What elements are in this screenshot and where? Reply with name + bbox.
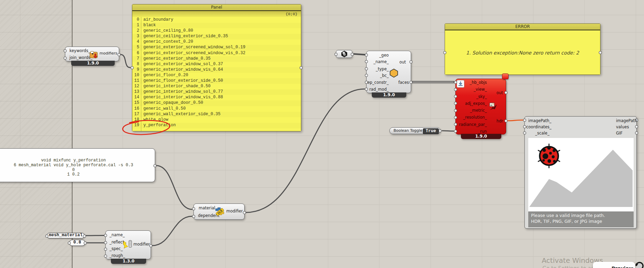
hexagon-icon (389, 68, 398, 78)
error-panel-input-nub[interactable] (443, 51, 446, 54)
output-nub-out[interactable] (409, 60, 413, 63)
panel-body[interactable]: 0 air_boundary 1 black 2 generic_ceiling… (132, 17, 301, 131)
output-nub-out[interactable] (504, 91, 508, 94)
output-nub-modifier[interactable] (243, 211, 246, 214)
row-index: 2 (132, 28, 141, 34)
input-nub-reflect[interactable] (104, 241, 107, 244)
input-nub-rough[interactable] (104, 255, 107, 258)
input-label: keywords_ (69, 48, 90, 53)
data-panel[interactable]: Panel {0;0} 0 air_boundary 1 black 2 gen… (132, 4, 301, 131)
output-nub-gif[interactable] (635, 131, 638, 135)
panel-row: 5 generic_exterior_screened_window_sol_0… (132, 45, 301, 50)
note-line: 6 mesh_material void y_hole perforate.ca… (0, 163, 155, 168)
hb-face-component[interactable]: 1.9.0 _geo _name_ _type_ _bc_ ep_constr_… (366, 51, 411, 93)
input-label: _hb_objs (458, 80, 487, 85)
input-nub-radiance-par[interactable] (454, 123, 457, 126)
canvas-outside-document-area (0, 0, 73, 268)
output-nub-hdr[interactable] (504, 119, 508, 122)
row-value: generic_floor_0.20 (141, 73, 188, 78)
row-index: 1 (132, 23, 141, 28)
input-label: rad_mod_ (367, 87, 389, 92)
panel-input-nub[interactable] (131, 66, 134, 69)
boolean-toggle[interactable]: Boolean Toggle True (389, 127, 441, 134)
panel-row: 10 generic_floor_0.20 (132, 73, 301, 78)
input-nub-imagepath[interactable] (523, 119, 526, 122)
modifiers-component[interactable]: 1.9.0 keywords_ join_words_ modifiers (65, 47, 119, 61)
output-label: out (496, 90, 503, 96)
row-index: 14 (132, 95, 141, 100)
row-value: generic_exterior_screened_window_sol_0.1… (141, 45, 245, 50)
toggle-value[interactable]: True (423, 128, 439, 134)
render-check-icon (489, 102, 498, 111)
code-note-panel[interactable]: void mixfunc y_perforation6 mesh_materia… (0, 148, 155, 182)
panel-row: 3 generic_ceiling_exterior_side_0.35 (132, 34, 301, 39)
input-nub-material[interactable] (192, 207, 195, 210)
recipe-component-error[interactable]: 1.9.0 _hb_objs _view_ _sky_ adj_expos_ _… (455, 79, 506, 135)
grasshopper-canvas[interactable]: 1.9.0 keywords_ join_words_ modifiers Pa… (0, 0, 644, 268)
small-param-component[interactable] (336, 50, 352, 58)
input-nub-hb-objs[interactable] (454, 81, 457, 84)
modifier-component-mid[interactable]: material dependent OLD modifier (193, 204, 245, 220)
input-nub-spec[interactable] (104, 248, 107, 251)
row-value: generic_opaque_door_0.50 (141, 100, 203, 106)
output-nub-modifiers[interactable] (117, 53, 121, 56)
input-nub-run[interactable] (454, 130, 457, 133)
param-input-nub[interactable] (45, 235, 48, 238)
input-nub-name[interactable] (104, 234, 107, 237)
row-value: generic_interior_window_sol_0.77 (141, 89, 223, 95)
input-nub-keywords[interactable] (64, 49, 67, 52)
input-label: _geo (367, 52, 389, 58)
note-line: 0 (0, 168, 155, 173)
input-nub-scale[interactable] (523, 131, 526, 135)
panel-output-nub[interactable] (300, 66, 303, 69)
corner-tooltip[interactable]: Preview (593, 262, 635, 268)
caption-line2: HDR, TIF, PNG, GIF, or JPG image (531, 219, 602, 224)
row-value: generic_exterior_shade_0.35 (141, 56, 210, 62)
row-index: 5 (132, 45, 141, 50)
row-index: 7 (132, 56, 141, 62)
error-message-panel[interactable]: ERROR 1. Solution exception:None zero re… (445, 23, 600, 75)
param-output-nub[interactable] (83, 235, 86, 238)
input-nub-sky[interactable] (454, 95, 457, 98)
input-nub[interactable] (334, 53, 338, 56)
image-viewer-component[interactable]: imagePath_ coordinates_ _scale_ imagePat… (524, 116, 637, 229)
version-badge: 1.9.0 (461, 134, 501, 139)
output-label: GIF (616, 130, 623, 136)
note-line: 1 0.2 (0, 172, 155, 177)
input-nub-metric[interactable] (454, 109, 457, 112)
modifier-component-bottom[interactable]: 1.3.0 _name_ _reflect _spec_ _rough_ mod… (105, 230, 151, 259)
output-nub-faces[interactable] (409, 81, 413, 84)
output-nub-values[interactable] (635, 125, 638, 128)
component-label: modifiers (100, 51, 117, 56)
input-nub-coordinates[interactable] (523, 125, 526, 128)
toggle-output-nub[interactable] (438, 129, 442, 132)
row-value: generic_exterior_window_vis_0.64 (141, 67, 223, 73)
panel-row: 6 generic_exterior_screened_window_vis_0… (132, 51, 301, 56)
input-label: _rough_ (110, 253, 125, 258)
row-value: black (141, 23, 156, 28)
hexagon-cylinder-icon (341, 50, 348, 58)
error-panel-output-nub[interactable] (599, 51, 602, 54)
output-nub[interactable] (351, 53, 354, 56)
reflect-value-param[interactable]: 0.8 (69, 240, 85, 246)
input-nub-view[interactable] (454, 88, 457, 91)
input-label: _reflect (110, 239, 124, 245)
input-nub-adj-expos[interactable] (454, 102, 457, 105)
row-index: 13 (132, 89, 141, 95)
input-nub-resolution[interactable] (454, 116, 457, 119)
error-balloon[interactable] (502, 73, 509, 79)
panel-row: 1 black (132, 23, 301, 28)
input-nub-join-words[interactable] (64, 57, 67, 60)
param-output-nub[interactable] (84, 241, 87, 245)
panel-title[interactable]: Panel (132, 4, 301, 10)
input-label: coordinates_ (526, 124, 551, 130)
row-index: 16 (132, 106, 141, 112)
mesh-material-param[interactable]: mesh_material (47, 233, 85, 238)
panel-row: 2 generic_ceiling_0.80 (132, 28, 301, 34)
input-nub-dependent[interactable] (192, 215, 195, 218)
python-old-icon: OLD (215, 207, 225, 217)
panel-row: 8 generic_exterior_window_sol_0.37 (132, 62, 301, 67)
row-index: 3 (132, 34, 141, 39)
recompute-icon[interactable] (634, 261, 644, 268)
param-input-nub[interactable] (68, 241, 71, 245)
